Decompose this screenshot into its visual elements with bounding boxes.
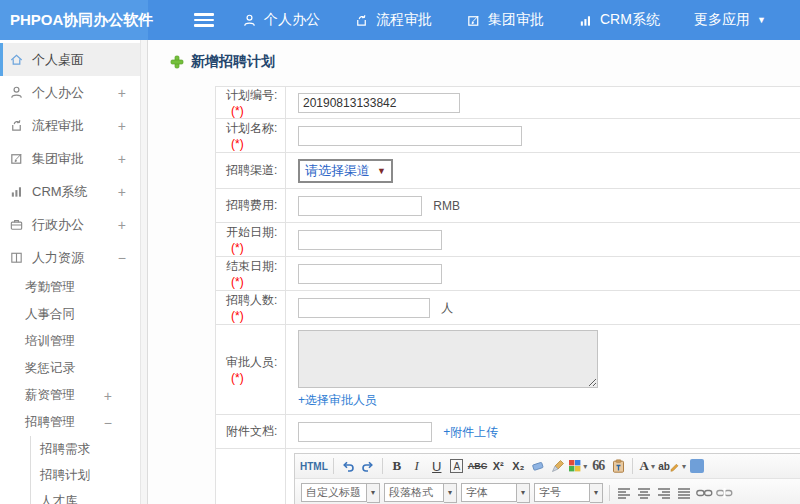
brush-icon xyxy=(551,459,565,473)
align-left-button[interactable] xyxy=(615,484,633,502)
collapse-icon[interactable]: − xyxy=(118,250,126,266)
redo-button[interactable] xyxy=(359,457,377,475)
bar-chart-icon xyxy=(9,184,24,199)
required-mark: (*) xyxy=(231,275,244,289)
sidebar-item-training[interactable]: 培训管理 xyxy=(0,328,140,355)
text-color-grid-button[interactable]: ▾ xyxy=(569,457,587,475)
expand-icon[interactable]: + xyxy=(118,118,126,134)
align-justify-icon xyxy=(677,487,692,500)
pen-icon xyxy=(670,461,680,472)
font-color-button[interactable]: A▾ xyxy=(638,457,656,475)
sidebar-item-recruit-plan[interactable]: 招聘计划 xyxy=(31,462,140,488)
required-mark: (*) xyxy=(231,371,244,385)
expand-icon[interactable]: + xyxy=(118,85,126,101)
bold-button[interactable]: B xyxy=(388,457,406,475)
plan-no-input[interactable] xyxy=(298,93,460,113)
caret-down-icon: ▾ xyxy=(682,462,686,471)
field-label: 招聘费用: xyxy=(226,198,277,212)
workflow-icon xyxy=(354,13,369,28)
headcount-unit: 人 xyxy=(441,301,453,315)
char-border-button[interactable]: A xyxy=(448,457,466,475)
field-label: 招聘人数: xyxy=(226,293,277,307)
select-approver-link[interactable]: +选择审批人员 xyxy=(298,393,377,407)
font-family-dropdown[interactable]: 字体▾ xyxy=(461,483,530,503)
top-nav: 个人办公 流程审批 集团审批 CRM系统 更多应用 ▼ xyxy=(242,11,800,29)
emotion-button[interactable] xyxy=(688,457,706,475)
superscript-button[interactable]: X² xyxy=(489,457,507,475)
sidebar-scrollbar[interactable] xyxy=(140,40,148,504)
html-source-button[interactable]: HTML xyxy=(300,457,328,475)
paste-button[interactable] xyxy=(609,457,627,475)
undo-button[interactable] xyxy=(339,457,357,475)
topnav-personal-office[interactable]: 个人办公 xyxy=(242,11,320,29)
expand-icon[interactable]: + xyxy=(104,388,112,404)
unlink-icon xyxy=(716,487,733,499)
approver-textarea[interactable] xyxy=(298,330,598,388)
caret-down-icon[interactable]: ▾ xyxy=(590,483,603,503)
headcount-input[interactable] xyxy=(298,298,430,318)
start-date-input[interactable] xyxy=(298,230,442,250)
fee-input[interactable] xyxy=(298,196,422,216)
align-left-icon xyxy=(617,487,632,500)
expand-icon[interactable]: + xyxy=(118,184,126,200)
format-brush-button[interactable] xyxy=(549,457,567,475)
align-center-button[interactable] xyxy=(635,484,653,502)
attachment-upload-link[interactable]: +附件上传 xyxy=(443,425,498,439)
unlink-button[interactable] xyxy=(715,484,733,502)
custom-title-dropdown[interactable]: 自定义标题▾ xyxy=(301,483,380,503)
eraser-button[interactable] xyxy=(529,457,547,475)
channel-select[interactable]: 请选择渠道 ▼ xyxy=(298,159,393,183)
insert-link-button[interactable] xyxy=(695,484,713,502)
sidebar-item-workflow-approval[interactable]: 流程审批 + xyxy=(0,109,140,142)
sidebar-item-crm[interactable]: CRM系统 + xyxy=(0,175,140,208)
field-label: 计划名称: xyxy=(226,121,277,135)
sidebar-item-desktop[interactable]: 个人桌面 xyxy=(0,43,140,76)
font-size-dropdown[interactable]: 字号▾ xyxy=(534,483,603,503)
app-logo: PHPOA协同办公软件 xyxy=(0,0,148,40)
topnav-group-approval[interactable]: 集团审批 xyxy=(466,11,544,29)
sidebar-item-group-approval[interactable]: 集团审批 + xyxy=(0,142,140,175)
hamburger-menu-icon[interactable] xyxy=(194,10,214,30)
collapse-icon[interactable]: − xyxy=(104,415,112,431)
sidebar-item-personal-office[interactable]: 个人办公 + xyxy=(0,76,140,109)
sidebar-item-recruit-demand[interactable]: 招聘需求 xyxy=(31,436,140,462)
attachment-input[interactable] xyxy=(298,422,432,442)
align-right-button[interactable] xyxy=(655,484,673,502)
topnav-workflow-approval[interactable]: 流程审批 xyxy=(354,11,432,29)
sidebar-item-hr-contract[interactable]: 人事合同 xyxy=(0,301,140,328)
plan-name-input[interactable] xyxy=(298,126,522,146)
editor-toolbar-row2: 自定义标题▾ 段落格式▾ 字体▾ 字号▾ xyxy=(295,478,800,504)
briefcase-icon xyxy=(9,217,24,232)
sidebar-item-rewards[interactable]: 奖惩记录 xyxy=(0,355,140,382)
italic-button[interactable]: I xyxy=(408,457,426,475)
expand-icon[interactable]: + xyxy=(118,151,126,167)
underline-button[interactable]: U xyxy=(428,457,446,475)
form-row-fee: 招聘费用: RMB xyxy=(216,189,800,223)
caret-down-icon: ▼ xyxy=(757,15,766,25)
caret-down-icon[interactable]: ▾ xyxy=(444,483,457,503)
eraser-icon xyxy=(531,460,545,472)
end-date-input[interactable] xyxy=(298,264,442,284)
expand-icon[interactable]: + xyxy=(118,217,126,233)
rich-text-editor: HTML B I U A ABC X² X₂ xyxy=(294,453,800,504)
blockquote-button[interactable]: 66 xyxy=(589,457,607,475)
paragraph-format-dropdown[interactable]: 段落格式▾ xyxy=(384,483,457,503)
align-center-icon xyxy=(637,487,652,500)
sidebar-item-attendance[interactable]: 考勤管理 xyxy=(0,274,140,301)
workflow-icon xyxy=(9,118,24,133)
align-justify-button[interactable] xyxy=(675,484,693,502)
topnav-crm[interactable]: CRM系统 xyxy=(578,11,660,29)
sidebar-item-hr[interactable]: 人力资源 − xyxy=(0,241,140,274)
sidebar-item-recruit-mgmt[interactable]: 招聘管理 − xyxy=(0,409,140,436)
required-mark: (*) xyxy=(231,137,244,151)
sidebar-item-salary[interactable]: 薪资管理 + xyxy=(0,382,140,409)
topnav-more-apps[interactable]: 更多应用 ▼ xyxy=(694,11,766,29)
sidebar-item-talent-pool[interactable]: 人才库 xyxy=(31,488,140,504)
highlight-color-button[interactable]: ab▾ xyxy=(658,457,686,475)
strikethrough-button[interactable]: ABC xyxy=(468,457,488,475)
edit-icon xyxy=(9,151,24,166)
caret-down-icon[interactable]: ▾ xyxy=(367,483,380,503)
caret-down-icon[interactable]: ▾ xyxy=(517,483,530,503)
sidebar-item-admin-office[interactable]: 行政办公 + xyxy=(0,208,140,241)
subscript-button[interactable]: X₂ xyxy=(509,457,527,475)
